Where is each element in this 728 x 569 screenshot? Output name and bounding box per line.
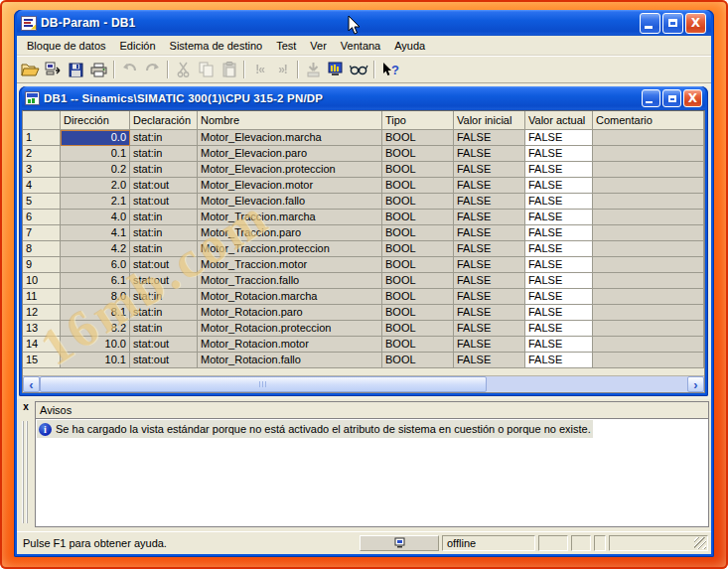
- close-button[interactable]: X: [685, 13, 706, 34]
- cell-valor-inicial[interactable]: FALSE: [454, 225, 525, 241]
- child-titlebar[interactable]: DB1 -- Sinamics\SIMATIC 300(1)\CPU 315-2…: [22, 86, 705, 110]
- cell-row-number[interactable]: 7: [23, 225, 61, 241]
- avisos-drag-grip[interactable]: [22, 421, 28, 523]
- cell-comentario[interactable]: [593, 289, 704, 305]
- scroll-right-button[interactable]: ›: [687, 376, 704, 392]
- monitor-block-icon[interactable]: [325, 59, 348, 80]
- cell-declaracion[interactable]: stat:out: [130, 337, 198, 353]
- cell-nombre[interactable]: Motor_Traccion.paro: [198, 225, 382, 241]
- cell-nombre[interactable]: Motor_Elevacion.motor: [198, 178, 382, 194]
- cell-valor-inicial[interactable]: FALSE: [454, 241, 525, 257]
- cell-nombre[interactable]: Motor_Elevacion.marcha: [198, 130, 382, 146]
- menu-edicion[interactable]: Edición: [113, 38, 163, 54]
- cell-tipo[interactable]: BOOL: [382, 289, 454, 305]
- cell-declaracion[interactable]: stat:in: [130, 146, 198, 162]
- cell-tipo[interactable]: BOOL: [382, 337, 454, 353]
- cell-tipo[interactable]: BOOL: [382, 257, 454, 273]
- cell-tipo[interactable]: BOOL: [382, 353, 454, 368]
- cell-tipo[interactable]: BOOL: [382, 146, 454, 162]
- cell-valor-actual[interactable]: FALSE: [525, 305, 593, 321]
- cell-comentario[interactable]: [593, 178, 704, 194]
- cell-nombre[interactable]: Motor_Elevacion.paro: [198, 146, 382, 162]
- menu-test[interactable]: Test: [269, 38, 303, 54]
- cell-declaracion[interactable]: stat:out: [130, 273, 198, 289]
- column-header-valor-actual[interactable]: Valor actual: [525, 111, 593, 130]
- cell-row-number[interactable]: 6: [23, 210, 61, 225]
- cell-declaracion[interactable]: stat:in: [130, 225, 198, 241]
- cell-row-number[interactable]: 2: [23, 146, 61, 162]
- cell-nombre[interactable]: Motor_Rotacion.paro: [198, 305, 382, 321]
- cell-declaracion[interactable]: stat:out: [130, 353, 198, 368]
- cell-direccion[interactable]: 4.2: [61, 241, 130, 257]
- cell-nombre[interactable]: Motor_Rotacion.fallo: [198, 353, 382, 368]
- save-icon[interactable]: [65, 59, 87, 80]
- cell-direccion[interactable]: 6.0: [61, 257, 130, 273]
- cell-comentario[interactable]: [593, 257, 704, 273]
- cell-tipo[interactable]: BOOL: [382, 178, 454, 194]
- cell-tipo[interactable]: BOOL: [382, 210, 454, 225]
- cell-valor-actual[interactable]: FALSE: [525, 337, 593, 353]
- scroll-left-button[interactable]: ‹: [23, 376, 40, 392]
- cell-declaracion[interactable]: stat:out: [130, 194, 198, 210]
- print-icon[interactable]: [87, 59, 110, 80]
- cell-valor-actual[interactable]: FALSE: [525, 289, 593, 305]
- cell-row-number[interactable]: 9: [23, 257, 61, 273]
- cell-valor-inicial[interactable]: FALSE: [454, 353, 525, 368]
- cell-tipo[interactable]: BOOL: [382, 130, 454, 146]
- cell-row-number[interactable]: 13: [23, 321, 61, 337]
- cell-comentario[interactable]: [593, 225, 704, 241]
- cell-nombre[interactable]: Motor_Traccion.motor: [198, 257, 382, 273]
- avisos-message-row[interactable]: i Se ha cargado la vista estándar porque…: [37, 420, 593, 438]
- cell-valor-inicial[interactable]: FALSE: [454, 273, 525, 289]
- cell-row-number[interactable]: 3: [23, 162, 61, 178]
- cell-row-number[interactable]: 8: [23, 241, 61, 257]
- cell-direccion[interactable]: 0.2: [61, 162, 130, 178]
- cell-declaracion[interactable]: stat:out: [130, 178, 198, 194]
- horizontal-scrollbar[interactable]: ‹ ›: [23, 375, 704, 392]
- cell-comentario[interactable]: [593, 210, 704, 225]
- cell-nombre[interactable]: Motor_Traccion.proteccion: [198, 241, 382, 257]
- menu-bloque-de-datos[interactable]: Bloque de datos: [20, 38, 113, 54]
- cell-comentario[interactable]: [593, 321, 704, 337]
- cell-direccion[interactable]: 0.0: [61, 130, 130, 146]
- cell-direccion[interactable]: 10.1: [61, 353, 130, 368]
- cell-row-number[interactable]: 12: [23, 305, 61, 321]
- scrollbar-thumb[interactable]: [40, 376, 487, 392]
- cell-declaracion[interactable]: stat:in: [130, 210, 198, 225]
- cell-valor-actual[interactable]: FALSE: [525, 273, 593, 289]
- cell-declaracion[interactable]: stat:in: [130, 241, 198, 257]
- cell-tipo[interactable]: BOOL: [382, 305, 454, 321]
- cell-valor-actual[interactable]: FALSE: [525, 210, 593, 225]
- main-titlebar[interactable]: DB-Param - DB1 X: [17, 10, 711, 36]
- cell-tipo[interactable]: BOOL: [382, 225, 454, 241]
- cell-nombre[interactable]: Motor_Elevacion.fallo: [198, 194, 382, 210]
- cell-valor-actual[interactable]: FALSE: [525, 194, 593, 210]
- cell-valor-actual[interactable]: FALSE: [525, 146, 593, 162]
- cell-valor-actual[interactable]: FALSE: [525, 321, 593, 337]
- cell-declaracion[interactable]: stat:out: [130, 257, 198, 273]
- column-header-direccion[interactable]: Dirección: [61, 111, 130, 130]
- cell-comentario[interactable]: [593, 337, 704, 353]
- maximize-button[interactable]: [662, 13, 683, 34]
- cell-valor-actual[interactable]: FALSE: [525, 241, 593, 257]
- cell-nombre[interactable]: Motor_Traccion.fallo: [198, 273, 382, 289]
- cell-declaracion[interactable]: stat:in: [130, 289, 198, 305]
- cell-comentario[interactable]: [593, 305, 704, 321]
- cell-valor-inicial[interactable]: FALSE: [454, 130, 525, 146]
- cell-declaracion[interactable]: stat:in: [130, 321, 198, 337]
- column-header-declaracion[interactable]: Declaración: [130, 111, 198, 130]
- cell-direccion[interactable]: 10.0: [61, 337, 130, 353]
- cell-valor-inicial[interactable]: FALSE: [454, 289, 525, 305]
- cell-row-number[interactable]: 4: [23, 178, 61, 194]
- child-maximize-button[interactable]: [662, 89, 681, 107]
- cell-valor-inicial[interactable]: FALSE: [454, 146, 525, 162]
- menu-sistema-de-destino[interactable]: Sistema de destino: [163, 38, 270, 54]
- cell-row-number[interactable]: 14: [23, 337, 61, 353]
- download-station-icon[interactable]: [42, 59, 65, 80]
- cell-declaracion[interactable]: stat:in: [130, 130, 198, 146]
- cell-nombre[interactable]: Motor_Rotacion.motor: [198, 337, 382, 353]
- cell-valor-inicial[interactable]: FALSE: [454, 321, 525, 337]
- column-header-valor-inicial[interactable]: Valor inicial: [454, 111, 525, 130]
- cell-direccion[interactable]: 0.1: [61, 146, 130, 162]
- menu-ayuda[interactable]: Ayuda: [387, 38, 432, 54]
